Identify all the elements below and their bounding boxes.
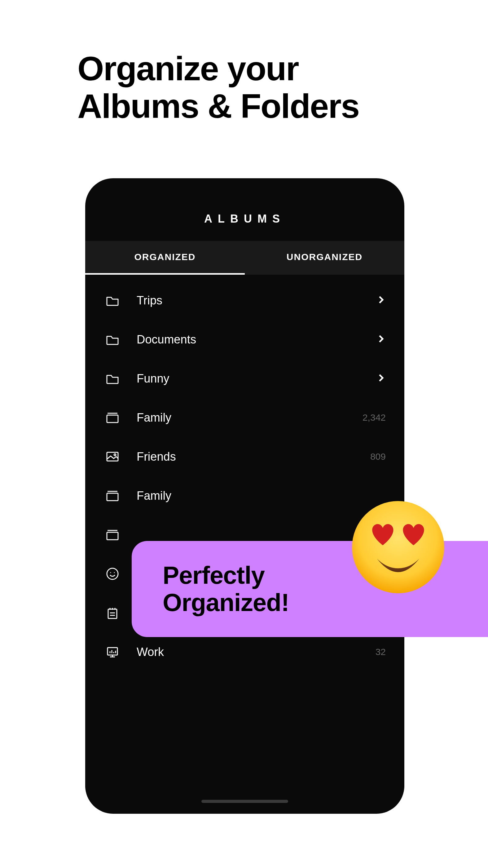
tab-unorganized[interactable]: UNORGANIZED bbox=[245, 241, 404, 275]
album-icon bbox=[104, 487, 121, 504]
svg-rect-5 bbox=[107, 493, 118, 501]
list-item[interactable]: Work32 bbox=[85, 632, 404, 672]
chart-icon bbox=[104, 643, 121, 661]
home-indicator[interactable] bbox=[201, 800, 288, 803]
callout-text: Perfectly Organized! bbox=[163, 562, 289, 616]
svg-point-10 bbox=[114, 572, 115, 573]
svg-point-24 bbox=[352, 501, 444, 593]
list-item-label: Work bbox=[137, 645, 376, 659]
callout-line2: Organized! bbox=[163, 589, 289, 616]
folder-icon bbox=[104, 331, 121, 348]
photo-icon bbox=[104, 448, 121, 465]
callout-line1: Perfectly bbox=[163, 562, 289, 589]
svg-point-3 bbox=[114, 454, 116, 456]
list-item[interactable]: Funny bbox=[85, 359, 404, 398]
list-item-count: 809 bbox=[370, 452, 386, 462]
list-item-label: Funny bbox=[137, 372, 377, 385]
list-item[interactable]: Friends809 bbox=[85, 437, 404, 476]
svg-rect-11 bbox=[108, 609, 117, 618]
list-item[interactable]: Trips bbox=[85, 281, 404, 320]
folder-icon bbox=[104, 292, 121, 309]
svg-point-9 bbox=[110, 572, 111, 573]
svg-rect-7 bbox=[107, 532, 118, 540]
headline-line2: Albums & Folders bbox=[77, 87, 359, 125]
chevron-right-icon bbox=[377, 334, 386, 345]
list-item-count: 32 bbox=[376, 647, 386, 657]
album-icon bbox=[104, 526, 121, 544]
notes-icon bbox=[104, 604, 121, 622]
folder-icon bbox=[104, 370, 121, 387]
chevron-right-icon bbox=[377, 295, 386, 306]
tab-bar: ORGANIZED UNORGANIZED bbox=[85, 241, 404, 275]
tab-organized[interactable]: ORGANIZED bbox=[85, 241, 245, 275]
list-item[interactable]: Family2,342 bbox=[85, 398, 404, 437]
list-item-label: Documents bbox=[137, 333, 377, 346]
list-item-label: Friends bbox=[137, 450, 370, 463]
list-item-label: Family bbox=[137, 411, 362, 424]
heart-eyes-emoji-icon bbox=[350, 499, 446, 595]
list-item-count: 2,342 bbox=[362, 412, 386, 423]
marketing-headline: Organize your Albums & Folders bbox=[77, 50, 359, 125]
headline-line1: Organize your bbox=[77, 50, 359, 87]
chevron-right-icon bbox=[377, 373, 386, 384]
list-item-label: Family bbox=[137, 489, 386, 502]
svg-point-8 bbox=[107, 568, 118, 579]
list-item-label: Trips bbox=[137, 294, 377, 307]
phone-frame: ALBUMS ORGANIZED UNORGANIZED TripsDocume… bbox=[85, 178, 404, 814]
smile-icon bbox=[104, 565, 121, 583]
svg-rect-1 bbox=[107, 415, 118, 423]
album-icon bbox=[104, 409, 121, 426]
list-item[interactable]: Documents bbox=[85, 320, 404, 359]
screen-title: ALBUMS bbox=[85, 178, 404, 241]
